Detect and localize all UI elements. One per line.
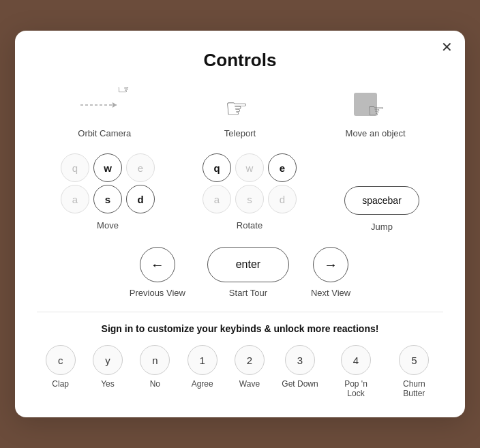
action-teleport: ☞ Teleport [199, 87, 281, 138]
action-teleport-label: Teleport [224, 128, 256, 138]
divider [37, 312, 443, 312]
move-key-a: a [61, 185, 89, 213]
reaction-label-agree: Agree [192, 379, 213, 389]
reaction-wave: 2 Wave [235, 345, 265, 389]
reaction-no: n No [140, 345, 170, 389]
move-key-d: d [126, 185, 155, 213]
reaction-label-wave: Wave [239, 379, 260, 389]
reaction-pop-n-lock: 4 Pop 'n Lock [335, 345, 376, 398]
reaction-key-c: c [46, 345, 76, 375]
jump-group: spacebar Jump [344, 153, 419, 232]
action-orbit-camera: ☞ Orbit Camera [63, 87, 145, 138]
move-object-icon: ☞ [348, 87, 403, 123]
rotate-key-a: a [202, 185, 231, 213]
action-move-label: Move an object [346, 128, 406, 138]
action-move-object: ☞ Move an object [335, 87, 417, 138]
orbit-camera-icon: ☞ [70, 87, 138, 123]
rotate-label: Rotate [237, 220, 262, 230]
move-key-s: s [93, 185, 122, 213]
prev-view-key: ← [140, 247, 175, 282]
rotate-key-w: w [235, 153, 264, 182]
rotate-keys-group: q w e a s d Rotate [202, 153, 297, 230]
svg-text:☞: ☞ [117, 87, 134, 98]
next-view-item: → Next View [311, 247, 350, 298]
rotate-key-q: q [202, 153, 231, 182]
spacebar-key: spacebar [344, 186, 419, 215]
keyboard-section: q w e a s d Move q w e a s d Rotate [37, 153, 443, 232]
enter-key: enter [207, 247, 289, 282]
reaction-key-4: 4 [341, 345, 371, 375]
reaction-key-1: 1 [188, 345, 217, 375]
teleport-icon: ☞ [222, 87, 258, 123]
controls-modal: ✕ Controls ☞ Orbit Camera [15, 31, 465, 417]
modal-title: Controls [37, 50, 443, 71]
prev-view-item: ← Previous View [130, 247, 185, 298]
rotate-key-s: s [235, 185, 264, 213]
reaction-clap: c Clap [46, 345, 76, 389]
reaction-label-no: No [150, 379, 160, 389]
jump-label: Jump [371, 222, 393, 232]
navigation-row: ← Previous View enter Start Tour → Next … [37, 247, 443, 298]
move-key-e: e [126, 153, 155, 182]
move-label: Move [97, 220, 119, 230]
next-view-label: Next View [311, 288, 350, 298]
action-orbit-label: Orbit Camera [78, 128, 131, 138]
move-key-w: w [93, 153, 122, 182]
next-view-key: → [313, 247, 348, 282]
rotate-top-row: q w e [202, 153, 297, 182]
reaction-label-get-down: Get Down [282, 379, 318, 389]
reaction-agree: 1 Agree [188, 345, 217, 389]
move-key-q: q [61, 153, 89, 182]
reaction-churn-butter: 5 Churn Butter [393, 345, 434, 398]
rotate-bottom-row: a s d [202, 185, 297, 213]
signin-text: Sign in to customize your keybinds & unl… [37, 323, 443, 334]
reactions-row: c Clap y Yes n No 1 Agree 2 Wave 3 Get D… [37, 345, 443, 398]
svg-marker-1 [112, 102, 117, 108]
reaction-key-n: n [140, 345, 170, 375]
reaction-label-churn-butter: Churn Butter [393, 379, 434, 398]
move-top-row: q w e [61, 153, 155, 182]
reaction-key-y: y [93, 345, 123, 375]
start-tour-item: enter Start Tour [207, 247, 289, 298]
actions-row: ☞ Orbit Camera ☞ Teleport ☞ [37, 87, 443, 138]
close-button[interactable]: ✕ [441, 40, 453, 54]
svg-text:☞: ☞ [225, 94, 248, 123]
reaction-key-2: 2 [235, 345, 265, 375]
reaction-key-3: 3 [285, 345, 315, 375]
reaction-label-clap: Clap [52, 379, 69, 389]
reaction-key-5: 5 [399, 345, 429, 375]
reaction-label-yes: Yes [101, 379, 115, 389]
move-keys-group: q w e a s d Move [61, 153, 155, 230]
move-bottom-row: a s d [61, 185, 155, 213]
rotate-key-e: e [268, 153, 297, 182]
reaction-label-pop-n-lock: Pop 'n Lock [335, 379, 376, 398]
reaction-get-down: 3 Get Down [282, 345, 318, 389]
svg-text:☞: ☞ [368, 100, 385, 121]
prev-view-label: Previous View [130, 288, 185, 298]
rotate-key-d: d [268, 185, 297, 213]
reaction-yes: y Yes [93, 345, 123, 389]
start-tour-label: Start Tour [229, 288, 267, 298]
